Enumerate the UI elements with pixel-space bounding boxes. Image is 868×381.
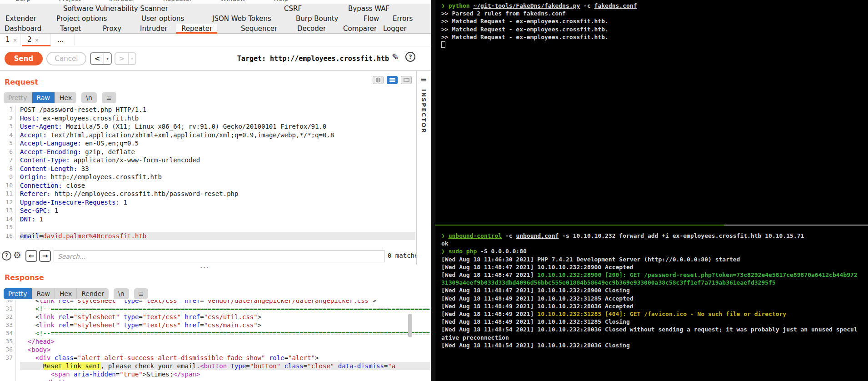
close-icon[interactable]: × [35, 37, 39, 43]
chevron-down-icon: ▾ [128, 53, 135, 64]
terminal-line: [Wed Aug 18 11:48:47 2021] 10.10.10.232:… [441, 271, 867, 279]
history-back-button[interactable]: < ▾ [90, 52, 112, 65]
response-line-text: <body> [20, 346, 430, 354]
search-next-icon[interactable]: → [39, 250, 51, 262]
terminal-line: [Wed Aug 18 11:48:47 2021] 10.10.10.232:… [441, 263, 867, 271]
request-newline-toggle[interactable]: \n [81, 92, 97, 103]
response-editor[interactable]: 30 <link rel="stylesheet" type="text/css… [0, 300, 430, 381]
line-number: 37 [0, 354, 13, 362]
request-line-text: DNT: 1 [20, 215, 415, 224]
request-editor[interactable]: 1POST /password-reset.php HTTP/1.12Host:… [0, 105, 415, 242]
menu-item-repeater[interactable]: Repeater [176, 24, 217, 34]
line-number: 34 [0, 329, 13, 337]
line-number: 10 [0, 181, 13, 190]
back-arrow-icon: < [91, 55, 104, 63]
menu-item-flow[interactable]: Flow [364, 14, 379, 24]
terminal-line: 31309a4eef9b033d33dbd4096d56bbc555e01884… [441, 279, 867, 286]
request-line: 7Content-Type: application/x-www-form-ur… [0, 156, 415, 165]
response-tab-hex[interactable]: Hex [55, 288, 76, 299]
splitter-handle-icon[interactable]: ··· [200, 264, 209, 272]
request-line: 9Origin: http://employees.crossfit.htb [0, 173, 415, 181]
divider-inactive-segment [724, 225, 868, 226]
response-line-text: <link rel="stylesheet" type="text/css" h… [20, 321, 430, 329]
hamburger-icon[interactable]: ≡ [420, 75, 431, 84]
request-line: 4Accept: text/html,application/xhtml+xml… [0, 131, 415, 140]
menu-item-proxy[interactable]: Proxy [103, 24, 121, 34]
menu-item-user-options[interactable]: User options [141, 14, 184, 24]
terminal-line: [Wed Aug 18 11:48:49 2021] 10.10.10.232:… [441, 310, 867, 318]
response-line-text: <link rel="stylesheet" type="text/css" h… [20, 300, 430, 305]
response-tab-raw[interactable]: Raw [32, 288, 55, 299]
response-line: 35 </head> [0, 337, 430, 346]
request-tab-hex[interactable]: Hex [55, 92, 76, 103]
request-tab-pretty[interactable]: Pretty [4, 92, 32, 103]
menu-item-dashboard[interactable]: Dashboard [5, 24, 41, 34]
menu-item-json-web-tokens[interactable]: JSON Web Tokens [212, 14, 271, 24]
menu-item-csrf[interactable]: CSRF [284, 4, 302, 14]
toolbar-divider [0, 70, 431, 70]
response-menu-icon[interactable]: ≡ [134, 288, 149, 299]
terminal-line: [Wed Aug 18 11:48:49 2021] 10.10.10.232:… [441, 318, 867, 326]
menu-item-software-vulnerability-scanner[interactable]: Software Vulnerability Scanner [63, 4, 168, 14]
menu-item-decoder[interactable]: Decoder [297, 24, 326, 34]
request-line-text: Origin: http://employees.crossfit.htb [20, 173, 415, 181]
response-tab-pretty[interactable]: Pretty [4, 288, 32, 299]
terminal-window[interactable]: ❯ python ~/git-tools/FakeDns/fakedns.py … [431, 0, 868, 381]
tool-tab-bar: Software Vulnerability ScannerCSRFBypass… [0, 4, 431, 34]
request-line: 3User-Agent: Mozilla/5.0 (X11; Linux x86… [0, 122, 415, 131]
response-newline-toggle[interactable]: \n [114, 288, 129, 299]
response-line: 36 <body> [0, 346, 430, 354]
close-icon[interactable]: × [13, 37, 17, 43]
menu-item-project-options[interactable]: Project options [56, 14, 107, 24]
request-line-text: Accept-Encoding: gzip, deflate [20, 148, 415, 156]
menu-item-target[interactable]: Target [60, 24, 81, 34]
cancel-button[interactable]: Cancel [46, 52, 86, 65]
target-url: Target: http://employees.crossfit.htb [237, 55, 389, 63]
send-button[interactable]: Send [5, 52, 43, 65]
menu-item-intruder[interactable]: Intruder [140, 24, 167, 34]
response-line-text: </head> [20, 337, 430, 346]
response-scrollbar-thumb[interactable] [408, 314, 412, 337]
pane-splitter[interactable]: ··· [0, 265, 431, 271]
search-help-icon[interactable]: ? [2, 251, 11, 261]
request-tab-raw[interactable]: Raw [32, 92, 55, 103]
edit-target-icon[interactable]: ✎ [392, 52, 399, 62]
line-number: 33 [0, 321, 13, 329]
response-line-text: <span aria-hidden="true">&times;</span> [20, 370, 430, 378]
single-layout-icon[interactable] [401, 76, 412, 84]
chevron-down-icon[interactable]: ▾ [104, 53, 111, 64]
menu-item-burp-bounty[interactable]: Burp Bounty [296, 14, 339, 24]
menu-item-logger[interactable]: Logger [383, 24, 407, 34]
menu-item-sequencer[interactable]: Sequencer [241, 24, 277, 34]
response-tab-render[interactable]: Render [76, 288, 109, 299]
columns-layout-icon[interactable] [373, 76, 384, 84]
response-line-text: Reset link sent, please check your email… [20, 362, 430, 370]
line-number [0, 362, 13, 370]
line-number: 2 [0, 114, 13, 123]
menu-item-errors[interactable]: Errors [393, 14, 413, 24]
repeater-tab-1[interactable]: 1× [0, 34, 21, 46]
terminal-line: >> Matched Request - ex-employees.crossf… [441, 33, 867, 41]
menu-item-bypass-waf[interactable]: Bypass WAF [348, 4, 389, 14]
search-settings-gear-icon[interactable]: ⚙ [13, 250, 21, 261]
response-line: 30 <link rel="stylesheet" type="text/css… [0, 300, 430, 305]
search-prev-icon[interactable]: ← [25, 250, 37, 262]
request-line-text: Sec-GPC: 1 [20, 206, 415, 215]
terminal-line: >> Matched Request - ex-employees.crossf… [441, 25, 867, 33]
help-icon[interactable]: ? [405, 52, 415, 62]
line-number: 35 [0, 337, 13, 346]
repeater-tab-bar: 1×2×... [0, 34, 431, 46]
terminal-line: >> Parsed 2 rules from fakedns.conf [441, 10, 867, 17]
menu-item-extender[interactable]: Extender [5, 14, 36, 24]
line-number: 7 [0, 156, 13, 165]
request-menu-icon[interactable]: ≡ [102, 92, 116, 103]
burp-suite-window: Burp Project Intruder Repeater Window He… [0, 0, 431, 381]
repeater-tab-2[interactable]: 2× [22, 34, 51, 46]
history-forward-button[interactable]: > ▾ [115, 52, 136, 65]
menu-item-comparer[interactable]: Comparer [343, 24, 377, 34]
inspector-panel[interactable]: ≡ INSPECTOR [416, 71, 431, 265]
response-line: 33 <link rel="stylesheet" type="text/css… [0, 321, 430, 329]
rows-layout-icon[interactable] [387, 76, 398, 84]
repeater-tab-[interactable]: ... [52, 34, 75, 46]
search-input[interactable] [54, 250, 384, 262]
